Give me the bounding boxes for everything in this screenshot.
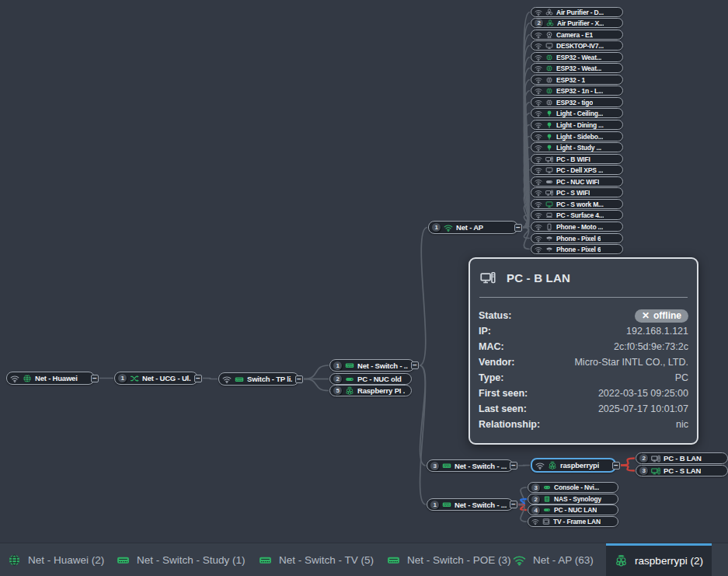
popup-row-type: Type: PC (479, 370, 688, 386)
collapse-toggle[interactable]: − (510, 501, 517, 508)
node-tvframe[interactable]: TV - Frame LAN (528, 516, 618, 527)
collapse-toggle[interactable]: − (411, 361, 419, 369)
node-d21[interactable]: Phone - Pixel 6 (531, 244, 623, 254)
node-label: PC - B LAN (664, 454, 702, 463)
tab-net-switch-poe[interactable]: Net - Switch - POE (3) (387, 543, 511, 576)
node-console[interactable]: 3Console - Nvi... (528, 482, 618, 493)
node-rpi[interactable]: raspberrypi (531, 458, 616, 473)
node-label: Raspberry PI ... (357, 386, 405, 395)
wifi-icon (535, 133, 542, 141)
count-badge: 3 (430, 462, 439, 470)
tab-label: Net - Switch - POE (3) (407, 554, 511, 566)
raspberry-icon (615, 554, 628, 567)
node-label: PC - S LAN (664, 466, 701, 475)
node-nucold[interactable]: 2PC - NUC old (329, 373, 412, 385)
node-d13[interactable]: PC - B WIFI (531, 154, 623, 164)
collapse-toggle[interactable]: − (194, 375, 202, 382)
collapse-toggle[interactable]: − (91, 375, 99, 382)
node-label: DESKTOP-IV7... (556, 42, 604, 50)
node-d6[interactable]: ESP32 - 1 (531, 75, 623, 85)
node-rpiold[interactable]: 5Raspberry PI ... (329, 385, 412, 396)
pc-icon (651, 466, 660, 476)
node-ap[interactable]: 1Net - AP (428, 221, 518, 234)
tab-net-switch-study[interactable]: Net - Switch - Study (1) (117, 543, 246, 576)
node-d8[interactable]: ESP32 - tigo (531, 97, 623, 107)
node-label: Net - AP (456, 223, 483, 232)
node-label: PC - B WIFI (556, 155, 590, 163)
relationship-label: Relationship: (479, 419, 540, 430)
count-badge: 2 (531, 495, 540, 504)
status-value: offline (653, 310, 681, 321)
node-d20[interactable]: Phone - Pixel 6 (531, 233, 623, 243)
node-d9[interactable]: Light - Ceiling... (531, 108, 623, 118)
chip-icon (545, 76, 553, 84)
wifi-icon (535, 211, 542, 219)
wifi-icon (535, 461, 545, 470)
nas-icon (543, 495, 551, 503)
count-badge: 3 (639, 466, 648, 475)
tab-label: Net - Huawei (2) (28, 554, 104, 566)
popup-row-ip: IP: 192.168.1.121 (479, 323, 688, 339)
wifi-icon (535, 87, 542, 95)
popup-rows: Status: ✕ offline IP: 192.168.1.121 MAC:… (479, 308, 688, 432)
switch-icon (345, 361, 354, 370)
node-nuclan[interactable]: 4PC - NUC LAN (528, 504, 618, 515)
node-d0[interactable]: Air Purifier - D... (531, 7, 623, 17)
popup-header: PC - B LAN (479, 268, 688, 285)
node-nas[interactable]: 2NAS - Synology (528, 494, 618, 504)
node-pcs[interactable]: 3PC - S LAN (636, 465, 728, 477)
wifi-icon (535, 178, 542, 186)
tab-net-ap[interactable]: Net - AP (63) (513, 543, 594, 576)
collapse-toggle[interactable]: − (510, 462, 517, 470)
popup-row-vendor: Vendor: Micro-Star INTL CO., LTD. (479, 354, 688, 370)
node-label: PC - NUC WIFI (556, 178, 599, 186)
node-label: PC - S work M... (556, 201, 604, 208)
fan-icon (545, 9, 553, 16)
node-d12[interactable]: Light - Study ... (531, 142, 623, 152)
count-badge: 4 (531, 506, 540, 515)
node-d3[interactable]: DESKTOP-IV7... (531, 40, 623, 51)
node-label: PC - S WIFI (556, 189, 590, 197)
tab-raspberrypi[interactable]: raspberrypi (2) (606, 543, 712, 576)
chip-icon (545, 99, 553, 106)
node-label: ESP32 - Weat... (556, 54, 601, 61)
collapse-toggle[interactable]: − (295, 375, 303, 383)
node-label: ESP32 - Weat... (556, 65, 601, 72)
tab-net-switch-tv[interactable]: Net - Switch - TV (5) (259, 543, 374, 576)
node-label: Net - Switch - ... (357, 361, 408, 370)
collapse-toggle[interactable]: − (514, 224, 522, 232)
node-d11[interactable]: Light - Sidebo... (531, 131, 623, 141)
node-d1[interactable]: 2Air Purifier - X... (531, 18, 623, 28)
node-d4[interactable]: ESP32 - Weat... (531, 52, 623, 62)
node-d19[interactable]: Phone - Moto ... (531, 222, 623, 232)
node-d15[interactable]: PC - NUC WIFI (531, 176, 623, 187)
minipc-icon (345, 375, 354, 384)
last-seen-value: 2025-07-17 10:01:07 (598, 403, 688, 414)
node-d10[interactable]: Light - Dining ... (531, 120, 623, 130)
node-sw3[interactable]: 1Net - Switch - ... (427, 498, 514, 511)
bulb-icon (545, 133, 553, 141)
bulb-icon (545, 121, 553, 129)
last-seen-label: Last seen: (479, 403, 527, 414)
node-d2[interactable]: Camera - E1 (531, 30, 623, 40)
collapse-toggle[interactable]: − (612, 462, 620, 470)
node-d16[interactable]: PC - S WIFI (531, 187, 623, 197)
node-d18[interactable]: PC - Surface 4... (531, 210, 623, 220)
node-sw2[interactable]: 3Net - Switch - ... (427, 459, 514, 472)
node-d14[interactable]: PC - Dell XPS ... (531, 165, 623, 175)
node-huawei[interactable]: Net - Huawei (6, 372, 95, 385)
node-ucg[interactable]: 1Net - UCG - Ul... (114, 372, 198, 385)
node-tp[interactable]: Switch - TP li... (218, 372, 299, 386)
popup-row-relationship: Relationship: nic (479, 417, 688, 432)
node-d7[interactable]: ESP32 - 1n - L... (531, 86, 623, 96)
node-label: NAS - Synology (554, 495, 601, 503)
node-d17[interactable]: PC - S work M... (531, 199, 623, 209)
node-label: Air Purifier - X... (557, 19, 604, 27)
node-label: TV - Frame LAN (553, 518, 601, 525)
node-sw1[interactable]: 1Net - Switch - ... (329, 359, 415, 372)
node-d5[interactable]: ESP32 - Weat... (531, 63, 623, 73)
tab-net-huawei[interactable]: Net - Huawei (2) (8, 543, 104, 576)
node-pcb[interactable]: 2PC - B LAN (636, 452, 728, 464)
device-tabs-bar: Net - Huawei (2)Net - Switch - Study (1)… (0, 543, 728, 576)
node-label: ESP32 - 1n - L... (556, 87, 603, 95)
